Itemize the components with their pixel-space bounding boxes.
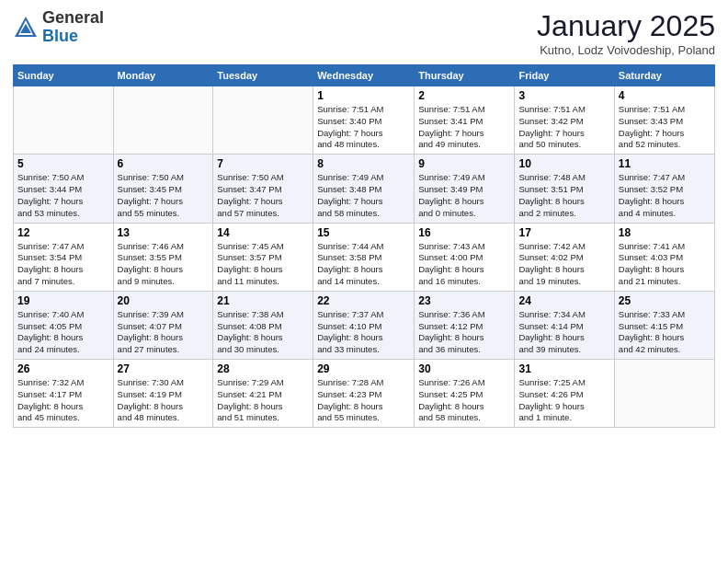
day-info: Sunrise: 7:48 AM Sunset: 3:51 PM Dayligh… — [518, 172, 609, 219]
col-wednesday: Wednesday — [313, 65, 415, 86]
day-number: 26 — [17, 362, 109, 375]
day-number: 13 — [118, 226, 210, 239]
day-number: 31 — [518, 362, 609, 375]
calendar-cell: 15Sunrise: 7:44 AM Sunset: 3:58 PM Dayli… — [313, 223, 415, 291]
day-info: Sunrise: 7:49 AM Sunset: 3:49 PM Dayligh… — [418, 172, 510, 219]
day-number: 6 — [118, 157, 210, 170]
logo-icon — [13, 15, 39, 40]
day-info: Sunrise: 7:25 AM Sunset: 4:26 PM Dayligh… — [518, 377, 609, 424]
day-number: 23 — [418, 294, 510, 307]
day-number: 11 — [619, 157, 711, 170]
day-number: 28 — [217, 362, 309, 375]
col-friday: Friday — [515, 65, 614, 86]
day-info: Sunrise: 7:47 AM Sunset: 3:54 PM Dayligh… — [17, 241, 109, 288]
day-number: 18 — [619, 226, 711, 239]
day-info: Sunrise: 7:47 AM Sunset: 3:52 PM Dayligh… — [619, 172, 711, 219]
subtitle: Kutno, Lodz Voivodeship, Poland — [537, 43, 715, 57]
day-number: 17 — [518, 226, 609, 239]
day-number: 30 — [418, 362, 510, 375]
calendar-week-row: 1Sunrise: 7:51 AM Sunset: 3:40 PM Daylig… — [14, 86, 715, 155]
day-info: Sunrise: 7:46 AM Sunset: 3:55 PM Dayligh… — [118, 241, 210, 288]
calendar-cell: 22Sunrise: 7:37 AM Sunset: 4:10 PM Dayli… — [313, 291, 415, 359]
day-info: Sunrise: 7:51 AM Sunset: 3:40 PM Dayligh… — [317, 104, 410, 151]
day-number: 7 — [217, 157, 309, 170]
calendar-cell: 2Sunrise: 7:51 AM Sunset: 3:41 PM Daylig… — [415, 86, 515, 155]
col-sunday: Sunday — [14, 65, 114, 86]
calendar-cell: 7Sunrise: 7:50 AM Sunset: 3:47 PM Daylig… — [213, 155, 313, 223]
calendar-cell: 1Sunrise: 7:51 AM Sunset: 3:40 PM Daylig… — [313, 86, 415, 155]
day-info: Sunrise: 7:43 AM Sunset: 4:00 PM Dayligh… — [418, 241, 510, 288]
day-info: Sunrise: 7:51 AM Sunset: 3:42 PM Dayligh… — [518, 104, 609, 151]
calendar-cell: 26Sunrise: 7:32 AM Sunset: 4:17 PM Dayli… — [14, 360, 114, 428]
day-number: 19 — [17, 294, 109, 307]
calendar-cell: 11Sunrise: 7:47 AM Sunset: 3:52 PM Dayli… — [614, 155, 714, 223]
calendar-cell: 30Sunrise: 7:26 AM Sunset: 4:25 PM Dayli… — [415, 360, 515, 428]
calendar-cell: 27Sunrise: 7:30 AM Sunset: 4:19 PM Dayli… — [113, 360, 213, 428]
calendar-cell: 21Sunrise: 7:38 AM Sunset: 4:08 PM Dayli… — [213, 291, 313, 359]
day-info: Sunrise: 7:28 AM Sunset: 4:23 PM Dayligh… — [317, 377, 410, 424]
day-number: 5 — [17, 157, 109, 170]
logo-text: General Blue — [42, 9, 104, 46]
day-info: Sunrise: 7:51 AM Sunset: 3:41 PM Dayligh… — [418, 104, 510, 151]
calendar-week-row: 19Sunrise: 7:40 AM Sunset: 4:05 PM Dayli… — [14, 291, 715, 359]
day-number: 16 — [418, 226, 510, 239]
month-title: January 2025 — [537, 9, 715, 43]
day-info: Sunrise: 7:39 AM Sunset: 4:07 PM Dayligh… — [118, 309, 210, 356]
calendar-cell — [614, 360, 714, 428]
day-info: Sunrise: 7:50 AM Sunset: 3:45 PM Dayligh… — [118, 172, 210, 219]
day-number: 27 — [118, 362, 210, 375]
day-info: Sunrise: 7:33 AM Sunset: 4:15 PM Dayligh… — [619, 309, 711, 356]
day-info: Sunrise: 7:45 AM Sunset: 3:57 PM Dayligh… — [217, 241, 309, 288]
day-number: 29 — [317, 362, 410, 375]
day-info: Sunrise: 7:38 AM Sunset: 4:08 PM Dayligh… — [217, 309, 309, 356]
day-number: 21 — [217, 294, 309, 307]
calendar-table: Sunday Monday Tuesday Wednesday Thursday… — [13, 64, 715, 428]
day-info: Sunrise: 7:26 AM Sunset: 4:25 PM Dayligh… — [418, 377, 510, 424]
calendar-cell: 17Sunrise: 7:42 AM Sunset: 4:02 PM Dayli… — [515, 223, 614, 291]
calendar-week-row: 26Sunrise: 7:32 AM Sunset: 4:17 PM Dayli… — [14, 360, 715, 428]
calendar-cell: 12Sunrise: 7:47 AM Sunset: 3:54 PM Dayli… — [14, 223, 114, 291]
day-number: 2 — [418, 89, 510, 102]
col-saturday: Saturday — [614, 65, 714, 86]
day-number: 4 — [619, 89, 711, 102]
calendar-cell: 31Sunrise: 7:25 AM Sunset: 4:26 PM Dayli… — [515, 360, 614, 428]
header: General Blue January 2025 Kutno, Lodz Vo… — [13, 9, 715, 57]
day-info: Sunrise: 7:50 AM Sunset: 3:47 PM Dayligh… — [217, 172, 309, 219]
calendar-header-row: Sunday Monday Tuesday Wednesday Thursday… — [14, 65, 715, 86]
day-info: Sunrise: 7:34 AM Sunset: 4:14 PM Dayligh… — [518, 309, 609, 356]
calendar-cell: 20Sunrise: 7:39 AM Sunset: 4:07 PM Dayli… — [113, 291, 213, 359]
calendar-cell: 8Sunrise: 7:49 AM Sunset: 3:48 PM Daylig… — [313, 155, 415, 223]
day-number: 15 — [317, 226, 410, 239]
day-info: Sunrise: 7:50 AM Sunset: 3:44 PM Dayligh… — [17, 172, 109, 219]
day-info: Sunrise: 7:29 AM Sunset: 4:21 PM Dayligh… — [217, 377, 309, 424]
day-number: 20 — [118, 294, 210, 307]
calendar-cell: 16Sunrise: 7:43 AM Sunset: 4:00 PM Dayli… — [415, 223, 515, 291]
calendar-cell: 4Sunrise: 7:51 AM Sunset: 3:43 PM Daylig… — [614, 86, 714, 155]
calendar-cell: 3Sunrise: 7:51 AM Sunset: 3:42 PM Daylig… — [515, 86, 614, 155]
calendar-cell: 6Sunrise: 7:50 AM Sunset: 3:45 PM Daylig… — [113, 155, 213, 223]
logo: General Blue — [13, 9, 104, 46]
calendar-cell: 5Sunrise: 7:50 AM Sunset: 3:44 PM Daylig… — [14, 155, 114, 223]
calendar-cell: 24Sunrise: 7:34 AM Sunset: 4:14 PM Dayli… — [515, 291, 614, 359]
day-info: Sunrise: 7:49 AM Sunset: 3:48 PM Dayligh… — [317, 172, 410, 219]
calendar-cell: 19Sunrise: 7:40 AM Sunset: 4:05 PM Dayli… — [14, 291, 114, 359]
calendar-cell: 29Sunrise: 7:28 AM Sunset: 4:23 PM Dayli… — [313, 360, 415, 428]
day-info: Sunrise: 7:40 AM Sunset: 4:05 PM Dayligh… — [17, 309, 109, 356]
day-number: 12 — [17, 226, 109, 239]
calendar-cell — [113, 86, 213, 155]
calendar-cell: 14Sunrise: 7:45 AM Sunset: 3:57 PM Dayli… — [213, 223, 313, 291]
calendar-cell: 9Sunrise: 7:49 AM Sunset: 3:49 PM Daylig… — [415, 155, 515, 223]
day-number: 9 — [418, 157, 510, 170]
day-info: Sunrise: 7:30 AM Sunset: 4:19 PM Dayligh… — [118, 377, 210, 424]
day-info: Sunrise: 7:37 AM Sunset: 4:10 PM Dayligh… — [317, 309, 410, 356]
col-thursday: Thursday — [415, 65, 515, 86]
day-number: 1 — [317, 89, 410, 102]
calendar-cell: 10Sunrise: 7:48 AM Sunset: 3:51 PM Dayli… — [515, 155, 614, 223]
day-number: 24 — [518, 294, 609, 307]
calendar-cell — [14, 86, 114, 155]
day-number: 14 — [217, 226, 309, 239]
day-number: 3 — [518, 89, 609, 102]
col-tuesday: Tuesday — [213, 65, 313, 86]
day-info: Sunrise: 7:36 AM Sunset: 4:12 PM Dayligh… — [418, 309, 510, 356]
col-monday: Monday — [113, 65, 213, 86]
